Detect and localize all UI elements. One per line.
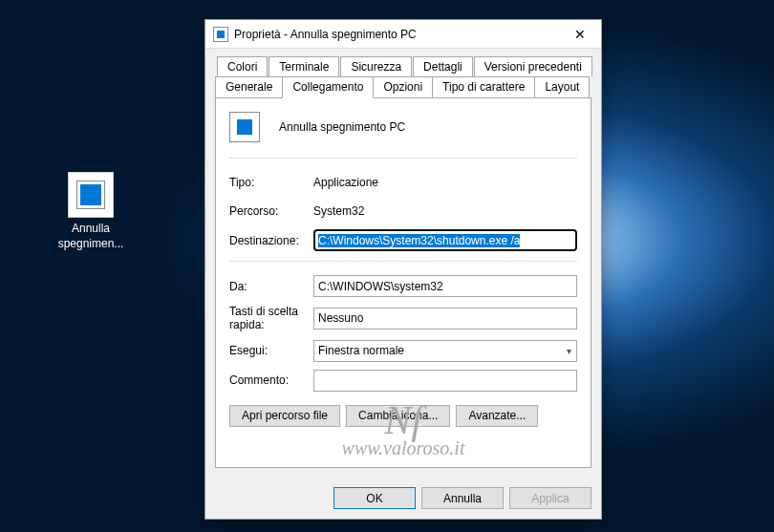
- tab-generale[interactable]: Generale: [215, 76, 283, 97]
- label-tipo: Tipo:: [229, 176, 313, 189]
- desktop-shortcut[interactable]: Annulla spegnimen...: [43, 172, 139, 251]
- label-commento: Commento:: [229, 373, 313, 387]
- input-tasti[interactable]: [313, 308, 577, 330]
- tab-terminale[interactable]: Terminale: [269, 56, 339, 76]
- advanced-button[interactable]: Avanzate...: [456, 405, 538, 427]
- shortcut-name: Annulla spegnimento PC: [279, 120, 405, 134]
- apply-button[interactable]: Applica: [509, 487, 591, 509]
- tab-collegamento[interactable]: Collegamento: [282, 76, 374, 98]
- input-destinazione[interactable]: [313, 229, 577, 251]
- titlebar-icon: [213, 27, 228, 42]
- tab-tipo-carattere[interactable]: Tipo di carattere: [432, 76, 535, 97]
- tab-layout[interactable]: Layout: [534, 76, 590, 97]
- value-tipo: Applicazione: [313, 176, 378, 189]
- divider: [229, 158, 577, 159]
- shortcut-large-icon: [229, 112, 260, 142]
- desktop-shortcut-label: Annulla spegnimen...: [43, 222, 139, 251]
- shortcut-icon: [68, 172, 114, 218]
- open-file-location-button[interactable]: Apri percorso file: [229, 405, 340, 427]
- tab-dettagli[interactable]: Dettagli: [413, 56, 473, 76]
- tab-sicurezza[interactable]: Sicurezza: [340, 56, 412, 76]
- input-commento[interactable]: [313, 370, 577, 392]
- ok-button[interactable]: OK: [333, 487, 416, 509]
- cancel-button[interactable]: Annulla: [421, 487, 504, 509]
- label-tasti: Tasti di scelta rapida:: [229, 305, 313, 332]
- close-button[interactable]: ✕: [561, 21, 599, 48]
- dialog-title: Proprietà - Annulla spegnimento PC: [234, 28, 561, 41]
- titlebar[interactable]: Proprietà - Annulla spegnimento PC ✕: [205, 20, 601, 49]
- tab-opzioni[interactable]: Opzioni: [373, 76, 433, 97]
- tab-versioni[interactable]: Versioni precedenti: [474, 56, 592, 76]
- tab-panel: Annulla spegnimento PC Tipo: Applicazion…: [215, 97, 591, 468]
- label-esegui: Esegui:: [229, 344, 313, 357]
- divider: [229, 261, 577, 262]
- properties-dialog: Proprietà - Annulla spegnimento PC ✕ Col…: [204, 19, 602, 520]
- tab-strip: Colori Terminale Sicurezza Dettagli Vers…: [215, 56, 591, 97]
- value-percorso: System32: [313, 204, 364, 218]
- label-destinazione: Destinazione:: [229, 234, 313, 247]
- change-icon-button[interactable]: Cambia icona...: [346, 405, 450, 427]
- label-da: Da:: [229, 280, 313, 293]
- watermark-url: www.valoroso.it: [342, 437, 465, 458]
- dialog-footer: OK Annulla Applica: [205, 478, 601, 519]
- select-esegui[interactable]: [313, 340, 577, 362]
- tab-colori[interactable]: Colori: [217, 56, 268, 76]
- input-da[interactable]: [313, 275, 577, 297]
- label-percorso: Percorso:: [229, 204, 313, 218]
